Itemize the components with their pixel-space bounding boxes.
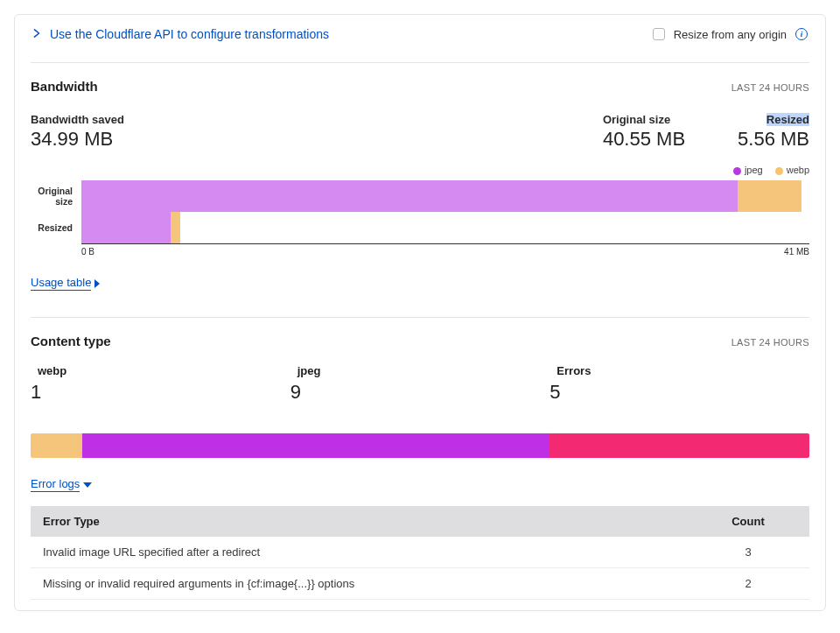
ct-errors-label: Errors xyxy=(556,364,591,377)
triangle-down-icon xyxy=(83,482,92,488)
ct-jpeg-value: 9 xyxy=(290,381,550,404)
ct-jpeg-label: jpeg xyxy=(298,364,321,377)
original-size-label: Original size xyxy=(603,113,685,126)
legend-jpeg: jpeg xyxy=(733,165,763,175)
axis-min: 0 B xyxy=(81,247,94,257)
ct-errors-value: 5 xyxy=(550,381,809,404)
bar-resized-webp xyxy=(171,212,181,243)
table-row: Missing or invalid required arguments in… xyxy=(31,568,809,600)
triangle-right-icon xyxy=(94,279,100,288)
configure-api-link[interactable]: Use the Cloudflare API to configure tran… xyxy=(32,27,329,41)
bandwidth-bar-chart: Original size Resized xyxy=(31,180,809,243)
content-type-bar xyxy=(31,433,809,458)
chevron-right-icon xyxy=(32,28,41,40)
usage-table-link[interactable]: Usage table xyxy=(31,276,100,291)
error-type-header: Error Type xyxy=(31,506,687,537)
ct-webp-value: 1 xyxy=(31,381,290,404)
error-logs-table: Error Type Count Invalid image URL speci… xyxy=(31,506,809,600)
error-count-header: Count xyxy=(687,506,809,537)
error-type-cell: Missing or invalid required arguments in… xyxy=(31,568,687,600)
error-logs-link[interactable]: Error logs xyxy=(31,477,92,492)
content-type-title: Content type xyxy=(31,334,111,348)
bar-row-label-original: Original size xyxy=(27,186,78,207)
resized-value: 5.56 MB xyxy=(738,128,809,151)
webp-dot-icon xyxy=(775,167,783,175)
jpeg-dot-icon xyxy=(733,167,741,175)
bar-chart-axis xyxy=(81,243,809,244)
configure-api-label: Use the Cloudflare API to configure tran… xyxy=(50,27,329,41)
table-row: Invalid image URL specified after a redi… xyxy=(31,537,809,568)
bandwidth-title: Bandwidth xyxy=(31,79,98,94)
ct-webp-label: webp xyxy=(38,364,66,377)
resize-from-any-origin-label: Resize from any origin xyxy=(674,28,787,41)
info-icon[interactable]: i xyxy=(795,28,808,40)
original-size-value: 40.55 MB xyxy=(603,128,685,151)
content-type-bar-webp xyxy=(31,433,82,458)
bar-resized-jpeg xyxy=(81,212,171,243)
error-count-cell: 2 xyxy=(687,568,809,600)
bar-original-jpeg xyxy=(81,180,738,212)
resize-from-any-origin-checkbox[interactable] xyxy=(653,28,665,40)
bandwidth-period: LAST 24 HOURS xyxy=(732,82,809,93)
bar-row-label-resized: Resized xyxy=(27,222,78,233)
error-type-cell: Invalid image URL specified after a redi… xyxy=(31,537,687,568)
bandwidth-saved-label: Bandwidth saved xyxy=(31,113,124,126)
bandwidth-saved-value: 34.99 MB xyxy=(31,128,124,151)
content-type-bar-jpeg xyxy=(82,433,550,458)
legend-webp: webp xyxy=(775,165,809,175)
error-count-cell: 3 xyxy=(687,537,809,568)
axis-max: 41 MB xyxy=(784,247,809,257)
content-type-period: LAST 24 HOURS xyxy=(732,337,809,348)
content-type-bar-errors xyxy=(550,433,809,458)
resized-label: Resized xyxy=(766,113,809,126)
bar-original-webp xyxy=(738,180,801,212)
